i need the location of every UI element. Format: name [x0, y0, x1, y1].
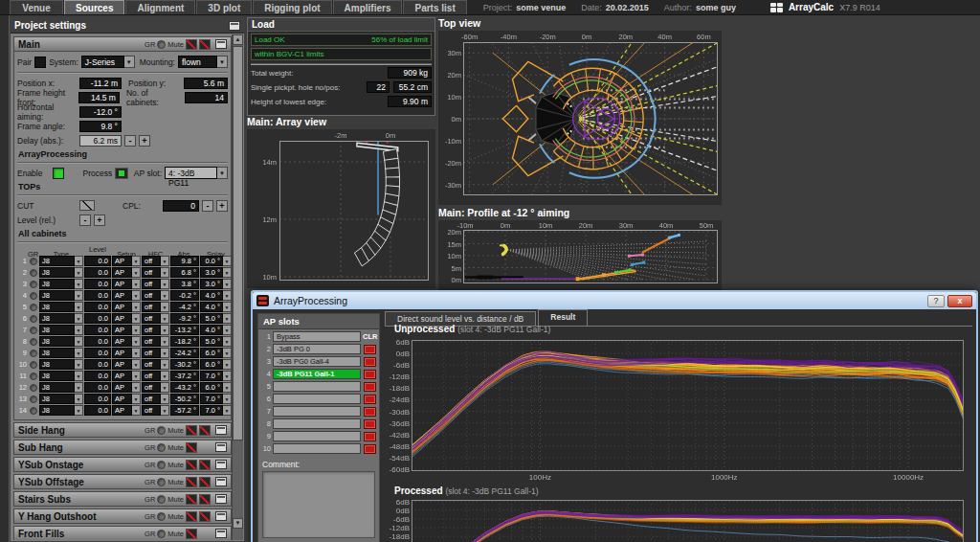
- chevron-down-icon[interactable]: ▼: [223, 371, 232, 381]
- frame-height-field[interactable]: 14.5 m: [78, 92, 120, 103]
- slot-button-5[interactable]: [273, 381, 361, 392]
- chevron-down-icon[interactable]: ▼: [223, 405, 232, 416]
- cabinet-type-dropdown[interactable]: J8▼: [39, 371, 83, 381]
- chevron-down-icon[interactable]: ▼: [132, 267, 141, 278]
- chevron-down-icon[interactable]: ▼: [223, 290, 232, 301]
- mute-toggle[interactable]: [199, 425, 211, 436]
- mute-toggle[interactable]: [186, 460, 197, 470]
- cabinet-level-field[interactable]: 0.0: [84, 267, 111, 278]
- chevron-down-icon[interactable]: ▼: [223, 313, 232, 324]
- section-main[interactable]: Main GR Mute: [13, 36, 232, 52]
- chevron-down-icon[interactable]: ▼: [75, 348, 83, 358]
- level-minus-button[interactable]: -: [79, 215, 91, 226]
- cabinet-gr-radio[interactable]: [30, 350, 37, 357]
- cabinet-gr-radio[interactable]: [30, 338, 37, 346]
- slot-button-6[interactable]: [273, 394, 361, 404]
- cpl-field[interactable]: 0: [163, 200, 199, 212]
- gr-radio[interactable]: [157, 530, 166, 538]
- cabinet-setup-dropdown[interactable]: AP▼: [112, 348, 141, 358]
- chevron-down-icon[interactable]: ▼: [132, 256, 141, 266]
- chevron-down-icon[interactable]: ▼: [161, 405, 169, 416]
- chevron-down-icon[interactable]: ▼: [75, 325, 83, 335]
- cabinet-level-field[interactable]: 0.0: [84, 405, 111, 416]
- cabinet-type-dropdown[interactable]: J8▼: [39, 279, 83, 289]
- chevron-down-icon[interactable]: ▼: [161, 371, 169, 381]
- cabinet-splay-dropdown[interactable]: 6.0 °▼: [200, 382, 232, 393]
- collapse-section-button[interactable]: [215, 425, 227, 435]
- chevron-down-icon[interactable]: ▼: [161, 336, 169, 347]
- cut-toggle[interactable]: [79, 200, 95, 211]
- cabinet-setup-dropdown[interactable]: AP▼: [112, 302, 141, 312]
- cabinet-type-dropdown[interactable]: J8▼: [39, 336, 83, 347]
- mute-toggle[interactable]: [186, 511, 197, 522]
- cabinet-gr-radio[interactable]: [30, 258, 37, 265]
- cabinet-gr-radio[interactable]: [30, 315, 37, 323]
- process-checkbox[interactable]: [115, 168, 128, 179]
- slot-button-2[interactable]: -3dB PG 0: [273, 344, 361, 354]
- cabinet-setup-dropdown[interactable]: AP▼: [112, 256, 141, 266]
- mute-toggle[interactable]: [199, 511, 211, 522]
- chevron-down-icon[interactable]: ▼: [223, 348, 232, 358]
- chevron-down-icon[interactable]: ▼: [223, 382, 232, 393]
- cabinet-hfc-dropdown[interactable]: off▼: [142, 256, 169, 266]
- window-help-button[interactable]: ?: [927, 295, 945, 307]
- gr-radio[interactable]: [157, 461, 166, 469]
- section-sub-hang[interactable]: Sub HangGRMute: [13, 440, 232, 455]
- gr-radio[interactable]: [157, 495, 166, 504]
- cabinet-level-field[interactable]: 0.0: [84, 348, 111, 358]
- slot-button-10[interactable]: [273, 443, 361, 454]
- cabinet-setup-dropdown[interactable]: AP▼: [112, 336, 141, 347]
- cabinet-level-field[interactable]: 0.0: [84, 382, 111, 393]
- slot-button-7[interactable]: [273, 406, 361, 417]
- chevron-down-icon[interactable]: ▼: [132, 348, 141, 358]
- mute-toggle-b[interactable]: [199, 39, 211, 50]
- cabinet-hfc-dropdown[interactable]: off▼: [142, 382, 169, 393]
- mute-toggle[interactable]: [186, 494, 197, 505]
- cabinet-level-field[interactable]: 0.0: [84, 279, 111, 289]
- cabinet-setup-dropdown[interactable]: AP▼: [112, 382, 141, 393]
- ap-window-titlebar[interactable]: ArrayProcessing ? x: [253, 292, 976, 309]
- chevron-down-icon[interactable]: ▼: [75, 302, 83, 312]
- section-ysub-onstage[interactable]: YSub OnstageGRMute: [13, 457, 232, 472]
- position-x-field[interactable]: -11.2 m: [79, 78, 122, 89]
- slot-clear-button[interactable]: [364, 395, 376, 404]
- cabinet-splay-dropdown[interactable]: 0.0 °▼: [200, 256, 232, 266]
- slot-clear-button[interactable]: [364, 370, 376, 379]
- mute-toggle[interactable]: [199, 477, 211, 487]
- cabinet-type-dropdown[interactable]: J8▼: [39, 302, 83, 312]
- slot-button-8[interactable]: [273, 418, 361, 429]
- cabinet-gr-radio[interactable]: [30, 361, 37, 369]
- chevron-down-icon[interactable]: ▼: [161, 279, 169, 289]
- collapse-section-button[interactable]: [215, 494, 227, 504]
- mute-toggle[interactable]: [186, 442, 197, 453]
- collapse-section-button[interactable]: [215, 460, 227, 469]
- chevron-down-icon[interactable]: ▼: [161, 313, 169, 324]
- cabinet-type-dropdown[interactable]: J8▼: [39, 348, 83, 358]
- chevron-down-icon[interactable]: ▼: [132, 279, 141, 289]
- slot-button-1[interactable]: Bypass: [273, 331, 361, 342]
- slot-button-3[interactable]: -3dB PG0 Gall-4: [273, 356, 361, 367]
- cabinet-gr-radio[interactable]: [30, 269, 37, 277]
- mute-toggle[interactable]: [186, 477, 197, 487]
- cabinet-splay-dropdown[interactable]: 7.0 °▼: [200, 371, 232, 381]
- cabinet-hfc-dropdown[interactable]: off▼: [142, 336, 169, 347]
- cabinet-type-dropdown[interactable]: J8▼: [39, 405, 83, 416]
- cabinet-type-dropdown[interactable]: J8▼: [39, 359, 83, 370]
- chevron-down-icon[interactable]: ▼: [75, 394, 83, 404]
- position-y-field[interactable]: 5.6 m: [184, 78, 228, 89]
- cabinet-setup-dropdown[interactable]: AP▼: [112, 267, 141, 278]
- chevron-down-icon[interactable]: ▼: [223, 325, 232, 335]
- cabinet-setup-dropdown[interactable]: AP▼: [112, 371, 141, 381]
- chevron-down-icon[interactable]: ▼: [75, 313, 83, 324]
- mute-toggle-a[interactable]: [186, 39, 197, 50]
- chevron-down-icon[interactable]: ▼: [124, 56, 135, 68]
- chevron-down-icon[interactable]: ▼: [223, 302, 232, 312]
- slot-clear-button[interactable]: [364, 345, 376, 354]
- cabinet-hfc-dropdown[interactable]: off▼: [142, 267, 169, 278]
- chevron-down-icon[interactable]: ▼: [75, 279, 83, 289]
- chevron-down-icon[interactable]: ▼: [161, 394, 169, 404]
- chevron-down-icon[interactable]: ▼: [75, 256, 83, 266]
- cabinet-splay-dropdown[interactable]: 4.0 °▼: [200, 302, 232, 312]
- collapse-panel-button[interactable]: [229, 21, 240, 31]
- cabinet-gr-radio[interactable]: [30, 395, 37, 403]
